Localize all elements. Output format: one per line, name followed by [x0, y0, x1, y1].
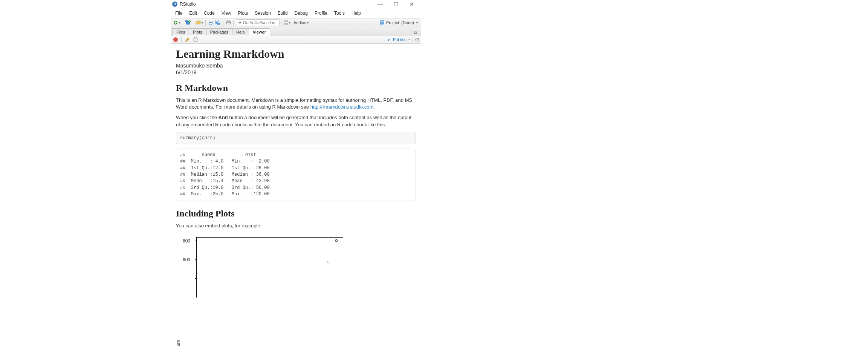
svg-rect-8: [216, 20, 218, 21]
save-button[interactable]: [207, 19, 214, 26]
y-tick-600: 600: [183, 257, 190, 262]
app-title: RStudio: [180, 2, 196, 7]
window-close-icon[interactable]: ✕: [407, 1, 416, 7]
paragraph-plots: You can also embed plots, for example:: [176, 222, 416, 229]
svg-rect-15: [286, 20, 288, 22]
code-output-summary: ## speed dist ## Min. : 4.0 Min. : 2.00 …: [176, 149, 416, 201]
stop-viewer-button[interactable]: [172, 36, 179, 43]
clear-viewer-button[interactable]: [184, 36, 191, 43]
publish-icon: [387, 37, 392, 42]
menu-help[interactable]: Help: [348, 10, 364, 17]
viewer-content[interactable]: Learning Rmarkdown Masumbuko Semba 6/1/2…: [171, 44, 421, 362]
window-maximize-icon[interactable]: ☐: [391, 1, 400, 7]
rmarkdown-link[interactable]: http://rmarkdown.rstudio.com: [310, 104, 374, 110]
paragraph-knit: When you click the Knit button a documen…: [176, 114, 416, 128]
remove-viewer-button[interactable]: [192, 36, 199, 43]
svg-point-19: [388, 40, 389, 41]
menu-tools[interactable]: Tools: [331, 10, 348, 17]
svg-rect-6: [209, 23, 212, 24]
code-chunk-summary: summary(cars): [176, 132, 416, 144]
menu-code[interactable]: Code: [201, 10, 218, 17]
rstudio-window: R RStudio — ☐ ✕ File Edit Code View Plot…: [171, 0, 421, 362]
publish-button[interactable]: Publish ▾: [387, 37, 410, 42]
svg-rect-17: [286, 23, 288, 25]
svg-rect-10: [218, 21, 220, 23]
y-tick-800: 800: [183, 238, 190, 244]
svg-rect-2: [185, 20, 188, 22]
titlebar: R RStudio — ☐ ✕: [171, 0, 421, 8]
viewer-toolbar: Publish ▾: [171, 35, 421, 44]
svg-rect-11: [226, 20, 230, 21]
document-date: 6/1/2019: [176, 69, 416, 75]
menu-plots[interactable]: Plots: [235, 10, 251, 17]
rstudio-app-icon: R: [172, 2, 177, 7]
menu-session[interactable]: Session: [252, 10, 274, 17]
document-author: Masumbuko Semba: [176, 63, 416, 69]
heading-rmarkdown: R Markdown: [176, 83, 416, 93]
document-title: Learning Rmarkdown: [176, 48, 416, 60]
popout-pane-icon[interactable]: ⧉: [411, 30, 419, 35]
svg-rect-16: [284, 23, 286, 25]
goto-arrow-icon: [238, 21, 241, 25]
addins-button[interactable]: Addins ▾: [292, 19, 310, 26]
pane-tabs: Files Plots Packages Help Viewer ⧉: [171, 27, 421, 35]
tab-plots[interactable]: Plots: [189, 28, 206, 35]
menu-file[interactable]: File: [172, 10, 185, 17]
menu-build[interactable]: Build: [275, 10, 291, 17]
tab-help[interactable]: Help: [232, 28, 249, 35]
plot-point: [327, 261, 330, 263]
tab-files[interactable]: Files: [172, 28, 189, 35]
menu-profile[interactable]: Profile: [312, 10, 330, 17]
save-all-button[interactable]: [215, 19, 222, 26]
heading-including-plots: Including Plots: [176, 209, 416, 219]
pressure-plot: ure 800 600: [176, 237, 416, 350]
project-selector[interactable]: Project: (None) ▾: [379, 20, 419, 25]
plot-point: [335, 239, 338, 242]
svg-rect-5: [209, 21, 212, 22]
main-toolbar: ▾ ▾ ▾ Addins: [171, 18, 421, 27]
goto-input[interactable]: [243, 20, 278, 25]
print-button[interactable]: [225, 19, 232, 26]
menu-debug[interactable]: Debug: [292, 10, 311, 17]
menu-edit[interactable]: Edit: [186, 10, 200, 17]
svg-rect-18: [194, 38, 197, 41]
menu-view[interactable]: View: [219, 10, 234, 17]
svg-rect-13: [227, 23, 230, 25]
paragraph-intro: This is an R Markdown document. Markdown…: [176, 97, 416, 110]
goto-file-function[interactable]: [236, 19, 280, 26]
plot-frame: [196, 237, 343, 298]
new-file-button[interactable]: ▾: [172, 19, 181, 26]
open-file-button[interactable]: ▾: [195, 19, 204, 26]
svg-rect-14: [284, 20, 286, 22]
y-axis-label: ure: [176, 340, 181, 346]
new-project-button[interactable]: [185, 19, 191, 26]
project-icon: [380, 20, 385, 25]
menubar: File Edit Code View Plots Session Build …: [171, 8, 421, 18]
refresh-viewer-icon[interactable]: [415, 37, 419, 42]
tab-viewer[interactable]: Viewer: [249, 28, 270, 35]
window-minimize-icon[interactable]: —: [376, 1, 385, 7]
tab-packages[interactable]: Packages: [206, 28, 232, 35]
workspace-panes-button[interactable]: ▾: [283, 19, 291, 26]
